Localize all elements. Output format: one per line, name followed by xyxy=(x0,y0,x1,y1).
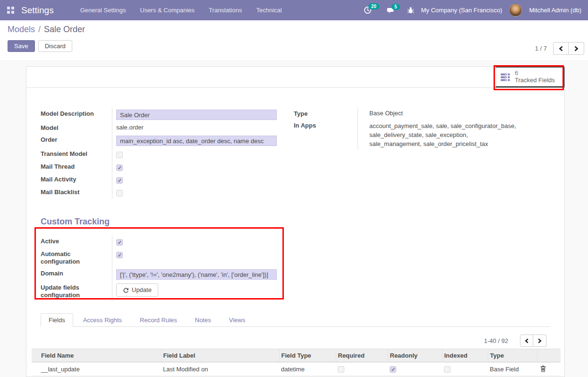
custom-tracking-group: Active Automatic configuration Domain Up… xyxy=(41,235,277,301)
user-menu[interactable]: Mitchell Admin (db) xyxy=(529,7,581,14)
update-fields-configuration-label: Update fields configuration xyxy=(41,282,112,301)
column-header-type[interactable]: Type xyxy=(488,349,537,362)
tab-fields[interactable]: Fields xyxy=(41,313,73,327)
top-navbar: Settings General Settings Users & Compan… xyxy=(0,0,588,20)
sheet-body: Model Description Model sale.order Order… xyxy=(26,88,564,376)
debug-button[interactable] xyxy=(407,7,414,14)
type-value: Base Object xyxy=(358,108,530,120)
bug-icon xyxy=(407,7,414,14)
column-header-actions xyxy=(537,349,561,362)
in-apps-value: account_payment_sale, sale, sale_configu… xyxy=(369,121,521,148)
model-value: sale.order xyxy=(112,122,277,134)
mail-thread-checkbox[interactable] xyxy=(116,164,123,171)
mail-blacklist-checkbox[interactable] xyxy=(116,190,123,197)
transient-model-label: Transient Model xyxy=(41,148,112,161)
automatic-configuration-checkbox[interactable] xyxy=(116,252,123,258)
cell-field-type[interactable]: datetime xyxy=(279,362,336,376)
tracked-fields-count: 6 xyxy=(515,70,555,77)
mail-activity-checkbox[interactable] xyxy=(116,177,123,184)
column-header-field-label[interactable]: Field Label xyxy=(161,349,279,362)
list-pager-value: 1-40 / 92 xyxy=(484,337,508,344)
fields-table: Field Name Field Label Field Type Requir… xyxy=(32,349,561,376)
order-input[interactable] xyxy=(116,136,277,146)
model-description-input[interactable] xyxy=(116,110,277,120)
app-name[interactable]: Settings xyxy=(21,5,54,16)
company-switcher[interactable]: My Company (San Francisco) xyxy=(421,7,503,14)
chevron-left-icon xyxy=(524,338,529,344)
cell-type[interactable]: Base Field xyxy=(488,362,537,376)
avatar[interactable] xyxy=(509,4,522,17)
tracked-fields-label: Tracked Fields xyxy=(515,77,555,84)
refresh-icon xyxy=(123,287,129,293)
breadcrumb-current: Sale Order xyxy=(44,25,85,34)
column-header-readonly[interactable]: Readonly xyxy=(388,349,442,362)
activities-button[interactable]: 20 xyxy=(364,6,379,14)
chevron-right-icon xyxy=(537,338,542,344)
list-pager-previous-button[interactable] xyxy=(520,334,533,347)
column-header-indexed[interactable]: Indexed xyxy=(442,349,488,362)
trash-icon xyxy=(540,365,546,372)
activity-count-badge: 20 xyxy=(368,3,379,9)
messages-button[interactable]: 5 xyxy=(386,7,400,14)
tab-access-rights[interactable]: Access Rights xyxy=(75,313,130,327)
type-label: Type xyxy=(294,108,358,120)
breadcrumb-models-link[interactable]: Models xyxy=(8,25,35,34)
tracked-fields-icon xyxy=(501,73,511,81)
mail-thread-label: Mail Thread xyxy=(41,161,112,173)
pager-next-button[interactable] xyxy=(569,42,584,55)
button-box: 6 Tracked Fields xyxy=(26,67,564,88)
order-label: Order xyxy=(41,134,112,148)
model-label: Model xyxy=(41,122,112,134)
menu-translations[interactable]: Translations xyxy=(209,7,242,14)
column-header-field-type[interactable]: Field Type xyxy=(279,349,336,362)
delete-row-button[interactable] xyxy=(539,364,547,373)
cell-field-name[interactable]: __last_update xyxy=(32,362,161,376)
column-header-field-name[interactable]: Field Name xyxy=(32,349,161,362)
active-checkbox[interactable] xyxy=(116,239,123,246)
tab-notes[interactable]: Notes xyxy=(187,313,219,327)
required-checkbox[interactable] xyxy=(338,366,344,373)
tracked-fields-stat-button[interactable]: 6 Tracked Fields xyxy=(495,67,564,87)
column-header-required[interactable]: Required xyxy=(336,349,388,362)
readonly-checkbox[interactable] xyxy=(390,366,396,373)
navbar-menus: General Settings Users & Companies Trans… xyxy=(80,7,282,14)
list-pager: 1-40 / 92 xyxy=(41,334,550,347)
menu-general-settings[interactable]: General Settings xyxy=(80,7,126,14)
table-header-row: Field Name Field Label Field Type Requir… xyxy=(32,349,561,362)
custom-tracking-title: Custom Tracking xyxy=(41,217,550,227)
menu-technical[interactable]: Technical xyxy=(256,7,281,14)
active-label: Active xyxy=(41,235,112,248)
transient-model-checkbox[interactable] xyxy=(116,152,123,158)
message-count-badge: 5 xyxy=(392,4,400,10)
table-row[interactable]: __last_update Last Modified on datetime … xyxy=(32,362,561,376)
indexed-checkbox[interactable] xyxy=(444,366,451,373)
chevron-left-icon xyxy=(558,45,564,52)
update-button-label: Update xyxy=(132,286,152,294)
list-pager-next-button[interactable] xyxy=(533,334,546,347)
automatic-configuration-label: Automatic configuration xyxy=(41,248,112,267)
control-panel: Models/Sale Order Save Discard 1 / 7 xyxy=(0,20,588,60)
tab-views[interactable]: Views xyxy=(221,313,253,327)
save-button[interactable]: Save xyxy=(8,40,35,52)
menu-users-companies[interactable]: Users & Companies xyxy=(140,7,195,14)
mail-blacklist-label: Mail Blacklist xyxy=(41,186,112,199)
apps-menu-icon[interactable] xyxy=(7,7,14,14)
model-description-label: Model Description xyxy=(41,108,112,122)
form-group-left: Model Description Model sale.order Order… xyxy=(41,108,277,199)
tab-record-rules[interactable]: Record Rules xyxy=(132,313,185,327)
record-pager-value: 1 / 7 xyxy=(535,45,547,52)
notebook-tabs: Fields Access Rights Record Rules Notes … xyxy=(41,313,550,327)
control-panel-actions: Save Discard xyxy=(8,40,580,52)
update-button[interactable]: Update xyxy=(116,283,158,297)
in-apps-label: In Apps xyxy=(294,120,358,150)
mail-activity-label: Mail Activity xyxy=(41,173,112,186)
cell-field-label[interactable]: Last Modified on xyxy=(161,362,279,376)
domain-input[interactable] xyxy=(116,269,277,280)
form-sheet: 6 Tracked Fields Model Description Model… xyxy=(26,66,565,377)
chevron-right-icon xyxy=(573,45,579,52)
discard-button[interactable]: Discard xyxy=(38,40,72,52)
breadcrumb-separator: / xyxy=(38,25,41,34)
systray: 20 5 My Company (San Francisco) Mitchell… xyxy=(364,4,583,17)
record-pager: 1 / 7 xyxy=(535,42,584,55)
pager-previous-button[interactable] xyxy=(553,42,569,55)
